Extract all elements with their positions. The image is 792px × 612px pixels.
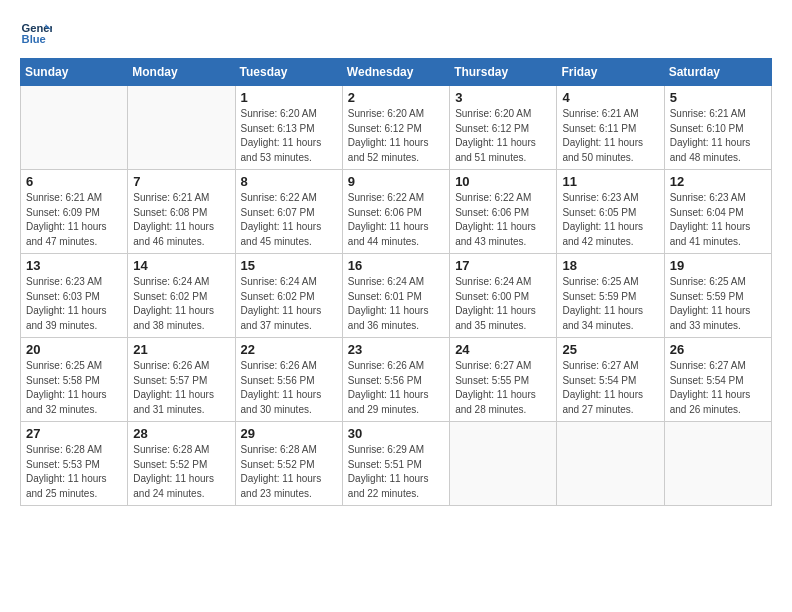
day-info: Sunrise: 6:26 AMSunset: 5:57 PMDaylight:… <box>133 359 229 417</box>
day-number: 14 <box>133 258 229 273</box>
day-number: 19 <box>670 258 766 273</box>
day-info: Sunrise: 6:22 AMSunset: 6:06 PMDaylight:… <box>348 191 444 249</box>
calendar-cell: 2Sunrise: 6:20 AMSunset: 6:12 PMDaylight… <box>342 86 449 170</box>
weekday-header-wednesday: Wednesday <box>342 59 449 86</box>
day-info: Sunrise: 6:25 AMSunset: 5:59 PMDaylight:… <box>670 275 766 333</box>
day-number: 16 <box>348 258 444 273</box>
calendar-week-4: 20Sunrise: 6:25 AMSunset: 5:58 PMDayligh… <box>21 338 772 422</box>
day-number: 28 <box>133 426 229 441</box>
calendar-week-2: 6Sunrise: 6:21 AMSunset: 6:09 PMDaylight… <box>21 170 772 254</box>
day-number: 4 <box>562 90 658 105</box>
day-info: Sunrise: 6:23 AMSunset: 6:04 PMDaylight:… <box>670 191 766 249</box>
calendar-cell <box>21 86 128 170</box>
calendar-cell: 11Sunrise: 6:23 AMSunset: 6:05 PMDayligh… <box>557 170 664 254</box>
day-number: 6 <box>26 174 122 189</box>
day-number: 24 <box>455 342 551 357</box>
day-info: Sunrise: 6:27 AMSunset: 5:54 PMDaylight:… <box>562 359 658 417</box>
calendar-cell: 18Sunrise: 6:25 AMSunset: 5:59 PMDayligh… <box>557 254 664 338</box>
day-info: Sunrise: 6:26 AMSunset: 5:56 PMDaylight:… <box>348 359 444 417</box>
calendar-cell: 29Sunrise: 6:28 AMSunset: 5:52 PMDayligh… <box>235 422 342 506</box>
day-info: Sunrise: 6:23 AMSunset: 6:03 PMDaylight:… <box>26 275 122 333</box>
day-info: Sunrise: 6:24 AMSunset: 6:01 PMDaylight:… <box>348 275 444 333</box>
day-info: Sunrise: 6:24 AMSunset: 6:02 PMDaylight:… <box>241 275 337 333</box>
weekday-header-tuesday: Tuesday <box>235 59 342 86</box>
weekday-header-friday: Friday <box>557 59 664 86</box>
day-number: 29 <box>241 426 337 441</box>
day-info: Sunrise: 6:29 AMSunset: 5:51 PMDaylight:… <box>348 443 444 501</box>
day-info: Sunrise: 6:21 AMSunset: 6:10 PMDaylight:… <box>670 107 766 165</box>
day-number: 9 <box>348 174 444 189</box>
day-number: 23 <box>348 342 444 357</box>
day-info: Sunrise: 6:27 AMSunset: 5:55 PMDaylight:… <box>455 359 551 417</box>
calendar-cell: 20Sunrise: 6:25 AMSunset: 5:58 PMDayligh… <box>21 338 128 422</box>
day-number: 8 <box>241 174 337 189</box>
day-info: Sunrise: 6:28 AMSunset: 5:53 PMDaylight:… <box>26 443 122 501</box>
header: General Blue <box>20 16 772 48</box>
day-number: 20 <box>26 342 122 357</box>
calendar-cell <box>450 422 557 506</box>
day-number: 13 <box>26 258 122 273</box>
calendar-cell: 23Sunrise: 6:26 AMSunset: 5:56 PMDayligh… <box>342 338 449 422</box>
calendar-cell: 25Sunrise: 6:27 AMSunset: 5:54 PMDayligh… <box>557 338 664 422</box>
day-number: 27 <box>26 426 122 441</box>
calendar-week-3: 13Sunrise: 6:23 AMSunset: 6:03 PMDayligh… <box>21 254 772 338</box>
day-info: Sunrise: 6:24 AMSunset: 6:02 PMDaylight:… <box>133 275 229 333</box>
day-info: Sunrise: 6:25 AMSunset: 5:58 PMDaylight:… <box>26 359 122 417</box>
calendar-cell: 4Sunrise: 6:21 AMSunset: 6:11 PMDaylight… <box>557 86 664 170</box>
calendar-cell: 9Sunrise: 6:22 AMSunset: 6:06 PMDaylight… <box>342 170 449 254</box>
day-info: Sunrise: 6:21 AMSunset: 6:09 PMDaylight:… <box>26 191 122 249</box>
day-number: 15 <box>241 258 337 273</box>
calendar-cell: 21Sunrise: 6:26 AMSunset: 5:57 PMDayligh… <box>128 338 235 422</box>
day-number: 7 <box>133 174 229 189</box>
calendar-week-5: 27Sunrise: 6:28 AMSunset: 5:53 PMDayligh… <box>21 422 772 506</box>
day-number: 26 <box>670 342 766 357</box>
calendar-cell: 5Sunrise: 6:21 AMSunset: 6:10 PMDaylight… <box>664 86 771 170</box>
day-number: 11 <box>562 174 658 189</box>
calendar-cell: 7Sunrise: 6:21 AMSunset: 6:08 PMDaylight… <box>128 170 235 254</box>
calendar-cell: 16Sunrise: 6:24 AMSunset: 6:01 PMDayligh… <box>342 254 449 338</box>
logo: General Blue <box>20 16 56 48</box>
calendar-table: SundayMondayTuesdayWednesdayThursdayFrid… <box>20 58 772 506</box>
calendar-cell: 12Sunrise: 6:23 AMSunset: 6:04 PMDayligh… <box>664 170 771 254</box>
day-number: 1 <box>241 90 337 105</box>
calendar-cell: 13Sunrise: 6:23 AMSunset: 6:03 PMDayligh… <box>21 254 128 338</box>
day-info: Sunrise: 6:26 AMSunset: 5:56 PMDaylight:… <box>241 359 337 417</box>
calendar-cell <box>128 86 235 170</box>
weekday-header-saturday: Saturday <box>664 59 771 86</box>
weekday-header-thursday: Thursday <box>450 59 557 86</box>
svg-text:Blue: Blue <box>22 33 46 45</box>
calendar-cell: 15Sunrise: 6:24 AMSunset: 6:02 PMDayligh… <box>235 254 342 338</box>
day-number: 2 <box>348 90 444 105</box>
day-info: Sunrise: 6:20 AMSunset: 6:12 PMDaylight:… <box>348 107 444 165</box>
day-number: 12 <box>670 174 766 189</box>
day-number: 21 <box>133 342 229 357</box>
day-info: Sunrise: 6:27 AMSunset: 5:54 PMDaylight:… <box>670 359 766 417</box>
weekday-header-sunday: Sunday <box>21 59 128 86</box>
calendar-cell: 26Sunrise: 6:27 AMSunset: 5:54 PMDayligh… <box>664 338 771 422</box>
day-info: Sunrise: 6:21 AMSunset: 6:11 PMDaylight:… <box>562 107 658 165</box>
day-info: Sunrise: 6:22 AMSunset: 6:06 PMDaylight:… <box>455 191 551 249</box>
day-info: Sunrise: 6:20 AMSunset: 6:13 PMDaylight:… <box>241 107 337 165</box>
calendar-cell: 19Sunrise: 6:25 AMSunset: 5:59 PMDayligh… <box>664 254 771 338</box>
day-number: 5 <box>670 90 766 105</box>
day-info: Sunrise: 6:25 AMSunset: 5:59 PMDaylight:… <box>562 275 658 333</box>
calendar-cell: 17Sunrise: 6:24 AMSunset: 6:00 PMDayligh… <box>450 254 557 338</box>
day-info: Sunrise: 6:23 AMSunset: 6:05 PMDaylight:… <box>562 191 658 249</box>
calendar-cell: 6Sunrise: 6:21 AMSunset: 6:09 PMDaylight… <box>21 170 128 254</box>
calendar-cell: 24Sunrise: 6:27 AMSunset: 5:55 PMDayligh… <box>450 338 557 422</box>
weekday-header-monday: Monday <box>128 59 235 86</box>
day-info: Sunrise: 6:20 AMSunset: 6:12 PMDaylight:… <box>455 107 551 165</box>
day-info: Sunrise: 6:22 AMSunset: 6:07 PMDaylight:… <box>241 191 337 249</box>
day-info: Sunrise: 6:28 AMSunset: 5:52 PMDaylight:… <box>241 443 337 501</box>
day-info: Sunrise: 6:28 AMSunset: 5:52 PMDaylight:… <box>133 443 229 501</box>
calendar-cell: 10Sunrise: 6:22 AMSunset: 6:06 PMDayligh… <box>450 170 557 254</box>
calendar-week-1: 1Sunrise: 6:20 AMSunset: 6:13 PMDaylight… <box>21 86 772 170</box>
calendar-cell: 30Sunrise: 6:29 AMSunset: 5:51 PMDayligh… <box>342 422 449 506</box>
day-number: 30 <box>348 426 444 441</box>
page: General Blue SundayMondayTuesdayWednesda… <box>0 0 792 612</box>
day-number: 17 <box>455 258 551 273</box>
day-number: 10 <box>455 174 551 189</box>
calendar-cell: 1Sunrise: 6:20 AMSunset: 6:13 PMDaylight… <box>235 86 342 170</box>
calendar-cell: 8Sunrise: 6:22 AMSunset: 6:07 PMDaylight… <box>235 170 342 254</box>
logo-icon: General Blue <box>20 16 52 48</box>
